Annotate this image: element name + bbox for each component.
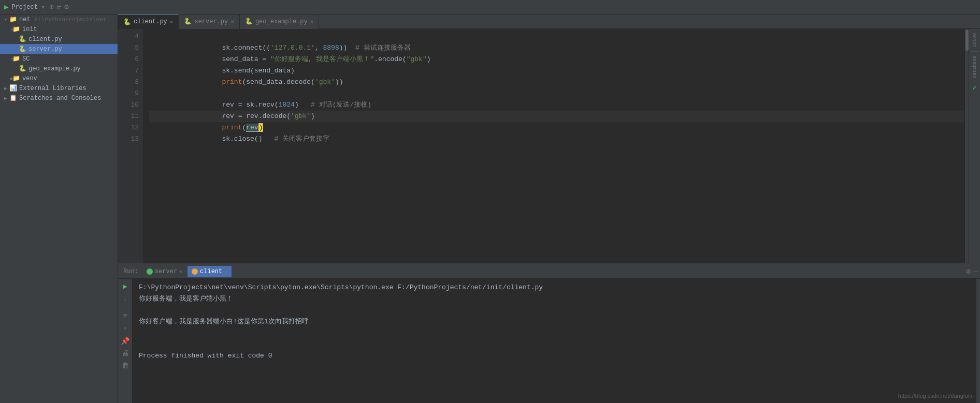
sidebar-item-scratches[interactable]: ▶ 📋 Scratches and Consoles xyxy=(0,93,118,103)
main-layout: ▾ 📁 net F:\PythonProjects\net ▾ 📁 init 🐍… xyxy=(0,14,980,403)
dropdown-arrow-icon[interactable]: ▾ xyxy=(41,3,45,11)
database-label[interactable]: Database xyxy=(972,54,977,80)
sidebar-item-external-libs[interactable]: ▶ 📊 External Libraries xyxy=(0,83,118,93)
run-tab-icon-client xyxy=(192,268,198,275)
folder-icon: 📁 xyxy=(12,55,20,63)
run-tab-close-icon[interactable]: ✕ xyxy=(179,268,182,275)
run-tabs-bar: Run: server ✕ client ✕ ⚙ — xyxy=(118,264,980,279)
run-lines-button[interactable]: ≡ xyxy=(120,311,131,321)
run-label: Run: xyxy=(120,268,141,275)
path-label: F:\PythonProjects\net xyxy=(35,17,107,23)
output-blank xyxy=(139,339,970,350)
line-number: 10 xyxy=(118,99,143,111)
output-line-1: 你好服务端，我是客户端小黑！ xyxy=(139,293,970,305)
sidebar-item-net[interactable]: ▾ 📁 net F:\PythonProjects\net xyxy=(0,14,118,24)
line-number: 9 xyxy=(118,88,143,99)
sidebar: ▾ 📁 net F:\PythonProjects\net ▾ 📁 init 🐍… xyxy=(0,14,118,403)
sidebar-item-sc[interactable]: ▾ 📁 SC xyxy=(0,54,118,64)
run-output-layout: ▶ ↓ ≡ ⇡ 📌 🖨 🗑 F:\PythonProjects\net\venv… xyxy=(118,279,980,403)
project-label[interactable]: Project xyxy=(11,4,37,11)
sync-icon[interactable]: ⇄ xyxy=(57,3,61,11)
scivw-label[interactable]: SciVw xyxy=(972,31,977,49)
editor-area: 🐍 client.py ✕ 🐍 server.py ✕ 🐍 geo_exampl… xyxy=(118,14,980,403)
expand-arrow-icon: ▶ xyxy=(2,85,7,92)
output-blank xyxy=(139,305,970,316)
output-line-cmd: F:\PythonProjects\net\venv\Scripts\pyton… xyxy=(139,282,970,293)
run-trash-button[interactable]: 🗑 xyxy=(120,361,131,371)
run-tab-icon-server xyxy=(147,268,153,275)
run-minimize-icon[interactable]: — xyxy=(974,267,978,276)
editor-with-scrollbar: 4 5 6 7 8 9 10 11 12 13 xyxy=(118,29,980,263)
expand-arrow-icon: ▾ xyxy=(2,26,10,33)
run-tab-server[interactable]: server ✕ xyxy=(142,266,186,277)
add-icon[interactable]: ⊕ xyxy=(49,3,53,11)
run-tab-label: client xyxy=(200,268,222,275)
tab-label: geo_example.py xyxy=(255,18,308,25)
watermark-text: https://blog.csdn.net/dangfulin xyxy=(898,393,974,399)
scratches-icon: 📋 xyxy=(9,94,17,102)
tab-label: server.py xyxy=(194,18,228,25)
title-bar: ▶ Project ▾ ⊕ ⇄ ⚙ — xyxy=(0,0,980,14)
editor-scrollbar[interactable] xyxy=(964,29,969,263)
python-icon: 🐍 xyxy=(184,18,192,25)
sidebar-item-venv[interactable]: ▶ 📁 venv xyxy=(0,73,118,83)
folder-icon: 📁 xyxy=(12,25,20,33)
folder-icon: 📁 xyxy=(9,16,17,23)
run-play-button[interactable]: ▶ xyxy=(120,281,131,291)
tab-geo-example-py[interactable]: 🐍 geo_example.py ✕ xyxy=(240,14,319,29)
line-number: 13 xyxy=(118,133,143,145)
tab-server-py[interactable]: 🐍 server.py ✕ xyxy=(179,14,239,29)
expand-arrow-icon: ▶ xyxy=(2,76,10,82)
run-output: F:\PythonProjects\net\venv\Scripts\pyton… xyxy=(133,279,976,403)
sidebar-item-init[interactable]: ▾ 📁 init xyxy=(0,24,118,34)
bottom-panel: Run: server ✕ client ✕ ⚙ — xyxy=(118,263,980,403)
line-number: 7 xyxy=(118,65,143,77)
run-settings-icon[interactable]: ⚙ xyxy=(966,267,970,276)
scrollbar-handle[interactable] xyxy=(965,30,969,51)
code-line-4: sk.connect(('127.0.0.1', 8898)) # 尝试连接服务… xyxy=(149,31,964,42)
sidebar-item-label: client.py xyxy=(28,36,62,43)
python-file-icon: 🐍 xyxy=(19,35,26,43)
code-line-12: sk.close() # 关闭客户套接字 xyxy=(149,122,964,133)
python-icon: 🐍 xyxy=(245,18,253,25)
divider xyxy=(971,51,979,52)
minimize-icon[interactable]: — xyxy=(72,3,76,11)
line-number: 11 xyxy=(118,111,143,122)
output-line-2: 你好客户端，我是服务器端小白!这是你第1次向我打招呼 xyxy=(139,316,970,327)
code-lines[interactable]: sk.connect(('127.0.0.1', 8898)) # 尝试连接服务… xyxy=(143,29,964,263)
line-number: 4 xyxy=(118,31,143,42)
tab-label: client.py xyxy=(134,18,167,25)
sidebar-item-label: External Libraries xyxy=(19,85,87,92)
output-blank xyxy=(139,327,970,339)
sidebar-item-client-py[interactable]: 🐍 client.py xyxy=(0,34,118,44)
tab-close-icon[interactable]: ✕ xyxy=(230,18,234,25)
code-line-9: rev = sk.recv(1024) # 对话(发送/接收) xyxy=(149,88,964,99)
tab-close-icon[interactable]: ✕ xyxy=(310,18,314,25)
title-bar-left: ▶ Project ▾ xyxy=(4,3,45,11)
tab-client-py[interactable]: 🐍 client.py ✕ xyxy=(118,14,179,29)
run-lines2-button[interactable]: ⇡ xyxy=(120,323,131,334)
sidebar-item-label: net xyxy=(19,16,31,23)
settings-icon[interactable]: ⚙ xyxy=(64,3,68,11)
run-tab-client[interactable]: client ✕ xyxy=(188,266,232,277)
sidebar-item-geo-example-py[interactable]: 🐍 geo_example.py xyxy=(0,64,118,73)
run-down-button[interactable]: ↓ xyxy=(120,293,131,304)
python-file-icon: 🐍 xyxy=(19,45,26,53)
tab-close-icon[interactable]: ✕ xyxy=(170,19,174,25)
sidebar-item-server-py[interactable]: 🐍 server.py xyxy=(0,44,118,54)
right-sidebar: SciVw Database ✓ xyxy=(969,29,980,263)
code-editor[interactable]: 4 5 6 7 8 9 10 11 12 13 xyxy=(118,29,964,263)
libs-icon: 📊 xyxy=(9,84,17,92)
python-file-icon: 🐍 xyxy=(19,65,26,72)
check-icon: ✓ xyxy=(972,83,976,92)
run-controls: ▶ ↓ ≡ ⇡ 📌 🖨 🗑 xyxy=(118,279,133,403)
sidebar-item-label: init xyxy=(22,26,37,33)
run-print-button[interactable]: 🖨 xyxy=(120,348,131,359)
run-tab-close-icon[interactable]: ✕ xyxy=(224,268,227,275)
line-numbers: 4 5 6 7 8 9 10 11 12 13 xyxy=(118,29,143,263)
output-scrollbar[interactable] xyxy=(976,279,980,403)
run-pin-button[interactable]: 📌 xyxy=(120,336,131,346)
line-number: 12 xyxy=(118,122,143,133)
tabs-bar: 🐍 client.py ✕ 🐍 server.py ✕ 🐍 geo_exampl… xyxy=(118,14,980,29)
expand-arrow-icon: ▾ xyxy=(2,17,7,23)
